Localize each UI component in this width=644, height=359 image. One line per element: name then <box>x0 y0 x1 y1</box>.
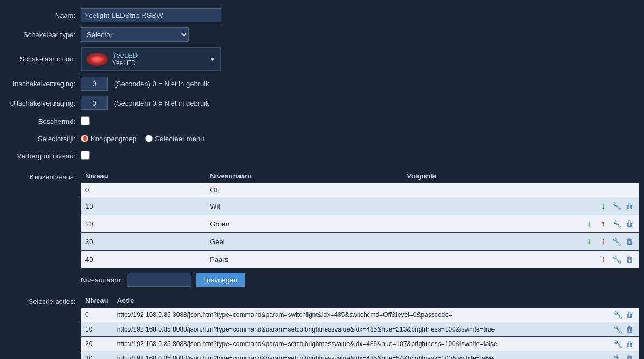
verberg-checkbox[interactable] <box>81 151 90 160</box>
arrow-down-button[interactable]: ↓ <box>597 200 609 212</box>
cell-naam: Groen <box>205 215 402 233</box>
beschermd-label: Beschermd: <box>5 118 81 126</box>
verberg-label: Verberg uit niveau: <box>5 152 81 160</box>
delete-button[interactable]: 🗑 <box>625 255 634 264</box>
keuzeniveaus-table: Niveau Niveaunaam Volgorde 0Off10Wit↓🔧🗑2… <box>81 169 639 268</box>
actie-icons: 🔧🗑 <box>611 354 634 359</box>
cell-naam: Geel <box>205 233 402 251</box>
delete-button[interactable]: 🗑 <box>625 219 634 228</box>
inschakelvertraging-control: (Seconden) 0 = Niet in gebruik <box>81 77 639 91</box>
knoppengroep-radio[interactable] <box>81 135 88 142</box>
edit-button[interactable]: 🔧 <box>611 219 622 228</box>
actie-cell-url: http://192.168.0.85:8088/json.htm?type=c… <box>113 337 606 351</box>
table-row: 40Paars↑🔧🗑 <box>81 251 639 268</box>
actie-cell-actions: 🔧🗑 <box>606 308 639 322</box>
actie-cell-url: http://192.168.0.85:8088/json.htm?type=c… <box>113 308 606 322</box>
table-row: 20Groen↓↑🔧🗑 <box>81 215 639 233</box>
actie-delete-button[interactable]: 🗑 <box>625 340 634 348</box>
naam-input[interactable] <box>81 8 221 22</box>
icon-label-bottom: YeeLED <box>112 59 138 67</box>
volgorde-controls: ↓↑🔧🗑 <box>407 218 634 230</box>
cell-niveau: 0 <box>81 183 205 197</box>
inschakelvertraging-row: Inschakelvertraging: (Seconden) 0 = Niet… <box>0 74 644 93</box>
cell-niveau: 10 <box>81 197 205 215</box>
icon-dropdown[interactable]: YeeLED YeeLED ▼ <box>81 47 221 71</box>
actie-cell-actions: 🔧🗑 <box>606 322 639 337</box>
arrow-down-button[interactable]: ↓ <box>583 218 595 230</box>
uitschakelvertraging-input[interactable] <box>81 96 108 110</box>
actie-cell-url: http://192.168.0.85:8088/json.htm?type=c… <box>113 322 606 337</box>
naam-row: Naam: <box>0 5 644 25</box>
naam-control <box>81 8 639 22</box>
schakelaar-icoon-label: Schakelaar icoon: <box>5 55 81 63</box>
arrow-up-button[interactable]: ↑ <box>597 236 609 247</box>
delete-button[interactable]: 🗑 <box>625 237 634 246</box>
actie-edit-button[interactable]: 🔧 <box>612 325 624 334</box>
actie-edit-button[interactable]: 🔧 <box>612 310 624 319</box>
niveaunaam-add-label: Niveaunaam: <box>81 276 122 284</box>
arrow-down-button[interactable]: ↓ <box>583 236 595 247</box>
arrow-up-button[interactable]: ↑ <box>597 253 609 265</box>
keuzeniveaus-label: Keuzeniveaus: <box>5 169 81 181</box>
actie-delete-button[interactable]: 🗑 <box>625 354 634 359</box>
cell-niveau: 20 <box>81 215 205 233</box>
schakelaar-icoon-control: YeeLED YeeLED ▼ <box>81 47 639 71</box>
edit-button[interactable]: 🔧 <box>611 202 622 210</box>
cell-volgorde: ↑🔧🗑 <box>402 251 639 268</box>
selectie-acties-table-container: Niveau Actie 0http://192.168.0.85:8088/j… <box>81 293 639 359</box>
uitschakelvertraging-control: (Seconden) 0 = Niet in gebruik <box>81 96 639 110</box>
selecteer-menu-option[interactable]: Selecteer menu <box>145 135 204 143</box>
th-niveaunaam: Niveaunaam <box>205 169 402 183</box>
delete-button[interactable]: 🗑 <box>625 202 634 210</box>
knoppengroep-option[interactable]: Knoppengroep <box>81 135 136 143</box>
actie-edit-button[interactable]: 🔧 <box>612 354 624 359</box>
beschermd-row: Beschermd: <box>0 113 644 130</box>
schakelaar-type-control: Selector <box>81 27 639 42</box>
selectorstijl-label: Selectorstijl: <box>5 135 81 143</box>
selectorstijl-row: Selectorstijl: Knoppengroep Selecteer me… <box>0 130 644 147</box>
actie-icons: 🔧🗑 <box>611 325 634 334</box>
selectie-acties-section: Selectie acties: Niveau Actie 0http://19… <box>0 291 644 359</box>
table-row: 10Wit↓🔧🗑 <box>81 197 639 215</box>
keuzeniveaus-tbody: 0Off10Wit↓🔧🗑20Groen↓↑🔧🗑30Geel↓↑🔧🗑40Paars… <box>81 183 639 268</box>
uitschakelvertraging-row: Uitschakelvertraging: (Seconden) 0 = Nie… <box>0 93 644 113</box>
beschermd-control <box>81 116 639 127</box>
keuzeniveaus-section: Keuzeniveaus: Niveau Niveaunaam Volgorde… <box>0 164 644 291</box>
volgorde-controls: ↑🔧🗑 <box>407 253 634 265</box>
selectie-acties-table: Niveau Actie 0http://192.168.0.85:8088/j… <box>81 293 639 359</box>
toevoegen-button[interactable]: Toevoegen <box>196 273 245 287</box>
schakelaar-type-row: Schakelaar type: Selector <box>0 25 644 44</box>
yee-icon <box>86 53 108 66</box>
edit-button[interactable]: 🔧 <box>611 237 622 246</box>
arrow-up-button[interactable]: ↑ <box>597 218 609 230</box>
actie-delete-button[interactable]: 🗑 <box>625 310 634 319</box>
icon-labels: YeeLED YeeLED <box>112 51 138 67</box>
selectorstijl-control: Knoppengroep Selecteer menu <box>81 135 639 143</box>
selecteer-menu-radio[interactable] <box>145 135 153 142</box>
table-row: 0http://192.168.0.85:8088/json.htm?type=… <box>81 308 639 322</box>
cell-volgorde: ↓↑🔧🗑 <box>402 215 639 233</box>
schakelaar-type-select[interactable]: Selector <box>81 27 189 42</box>
actie-cell-niveau: 30 <box>81 351 113 360</box>
cell-volgorde: ↓↑🔧🗑 <box>402 233 639 251</box>
icon-label-top: YeeLED <box>112 51 138 59</box>
uitschakelvertraging-label: Uitschakelvertraging: <box>5 99 81 107</box>
actie-delete-button[interactable]: 🗑 <box>625 325 634 334</box>
add-niveau-row: Niveaunaam: Toevoegen <box>81 273 639 287</box>
actie-icons: 🔧🗑 <box>611 340 634 348</box>
beschermd-checkbox[interactable] <box>81 116 90 125</box>
actie-cell-niveau: 10 <box>81 322 113 337</box>
niveaunaam-add-input[interactable] <box>127 273 191 287</box>
volgorde-controls: ↓↑🔧🗑 <box>407 236 634 247</box>
edit-button[interactable]: 🔧 <box>611 255 622 264</box>
verberg-control <box>81 151 639 161</box>
actie-cell-niveau: 20 <box>81 337 113 351</box>
cell-volgorde <box>402 183 639 197</box>
actie-cell-niveau: 0 <box>81 308 113 322</box>
selectie-acties-tbody: 0http://192.168.0.85:8088/json.htm?type=… <box>81 308 639 359</box>
actie-edit-button[interactable]: 🔧 <box>612 340 624 348</box>
verberg-row: Verberg uit niveau: <box>0 147 644 164</box>
table-row: 30Geel↓↑🔧🗑 <box>81 233 639 251</box>
inschakelvertraging-input[interactable] <box>81 77 108 91</box>
table-row: 0Off <box>81 183 639 197</box>
